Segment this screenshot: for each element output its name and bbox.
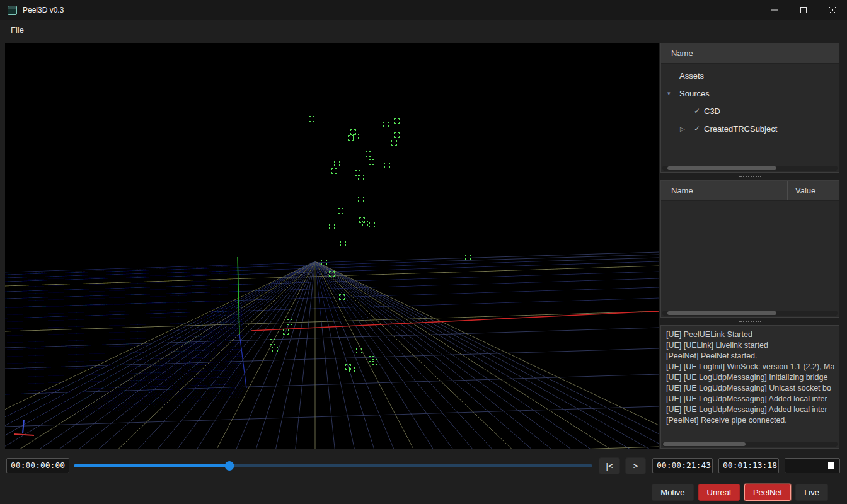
mocap-marker	[366, 151, 371, 157]
mocap-marker	[265, 345, 270, 350]
mocap-marker	[384, 163, 390, 168]
tree-header-label: Name	[671, 49, 693, 58]
mocap-marker	[338, 208, 343, 214]
splitter-grip-icon	[739, 321, 761, 322]
mocap-marker	[348, 135, 354, 141]
properties-hscrollbar[interactable]	[662, 311, 838, 316]
properties-body	[661, 201, 839, 309]
mocap-marker	[394, 118, 400, 124]
menu-file[interactable]: File	[5, 23, 30, 37]
timecode-current-field[interactable]: 00:00:00:00	[6, 458, 69, 473]
status-bar: Motive Unreal PeelNet Live	[0, 480, 847, 504]
mocap-marker	[339, 294, 345, 300]
timeline-end-field[interactable]	[785, 458, 840, 473]
panel-splitter-2[interactable]	[660, 318, 839, 325]
log-panel: [UE] PeelUELink Started [UE] [UELink] Li…	[660, 325, 839, 449]
tree-item-createdtrcsubject[interactable]: ▷ ✓ CreatedTRCSubject	[661, 120, 839, 137]
app-icon	[8, 6, 17, 15]
motive-button[interactable]: Motive	[652, 484, 693, 501]
mocap-marker	[349, 367, 355, 372]
mocap-marker	[465, 255, 471, 260]
timecode-out-field[interactable]: 00:01:13:18	[718, 458, 779, 473]
mocap-marker	[321, 260, 327, 265]
mocap-marker	[329, 224, 335, 229]
mocap-marker	[329, 271, 335, 277]
properties-panel: Name Value	[660, 180, 839, 318]
mocap-marker	[391, 140, 397, 146]
mocap-marker	[372, 359, 377, 365]
orientation-gizmo	[14, 420, 34, 435]
chevron-down-icon[interactable]: ▾	[667, 90, 671, 96]
mocap-marker	[372, 180, 377, 185]
maximize-button[interactable]	[789, 0, 818, 20]
log-hscrollbar[interactable]	[662, 442, 838, 447]
properties-hscrollbar-thumb[interactable]	[667, 311, 776, 315]
tree-rows: Assets ▾ Sources ✓ C3D ▷ ✓ CreatedTRCSub…	[661, 64, 839, 164]
stop-square-icon	[828, 462, 834, 469]
splitter-grip-icon	[739, 176, 761, 177]
tree-item-label: C3D	[704, 106, 720, 116]
tree-item-label: CreatedTRCSubject	[704, 124, 777, 134]
mocap-marker	[369, 159, 374, 165]
peelnet-button[interactable]: PeelNet	[744, 484, 791, 501]
check-icon[interactable]: ✓	[694, 124, 700, 133]
mocap-marker	[309, 116, 314, 122]
play-button[interactable]: >	[625, 457, 646, 474]
right-panel-column: Name Assets ▾ Sources ✓ C3D ▷ ✓ CreatedT…	[660, 43, 839, 449]
log-hscrollbar-thumb[interactable]	[663, 442, 746, 446]
close-icon	[829, 7, 836, 13]
timecode-in-field[interactable]: 00:00:21:43	[652, 458, 713, 473]
log-line: [UE] [UELink] Livelink started	[666, 340, 839, 351]
maximize-icon	[800, 7, 807, 13]
check-icon[interactable]: ✓	[694, 106, 700, 115]
chevron-right-icon[interactable]: ▷	[680, 125, 685, 132]
mocap-marker	[352, 178, 357, 183]
go-to-start-button[interactable]: |<	[599, 457, 620, 474]
tree-hscrollbar[interactable]	[662, 166, 838, 171]
slider-handle[interactable]	[224, 461, 234, 471]
log-line: [UE] [UE LogInit] WinSock: version 1.1 (…	[666, 362, 839, 372]
slider-fill	[74, 464, 229, 467]
unreal-button[interactable]: Unreal	[698, 484, 740, 501]
tree-item-c3d[interactable]: ✓ C3D	[661, 102, 839, 120]
log-line: [UE] [UE LogUdpMessaging] Added local in…	[666, 394, 839, 404]
mocap-marker	[272, 346, 278, 352]
window-controls	[760, 0, 847, 20]
slider-track[interactable]	[74, 464, 592, 467]
timeline-bar: 00:00:00:00 |< > 00:00:21:43 00:01:13:18	[0, 456, 847, 475]
title-bar: Peel3D v0.3	[0, 0, 847, 20]
menu-bar: File	[0, 20, 847, 39]
mocap-marker	[334, 161, 340, 166]
mocap-marker	[340, 241, 346, 246]
log-lines: [UE] PeelUELink Started [UE] [UELink] Li…	[666, 329, 839, 426]
sources-tree-panel: Name Assets ▾ Sources ✓ C3D ▷ ✓ CreatedT…	[660, 43, 839, 173]
timeline-slider[interactable]	[74, 456, 592, 475]
mocap-marker	[358, 197, 364, 202]
tree-item-assets[interactable]: Assets	[661, 67, 839, 84]
panel-splitter-1[interactable]	[660, 173, 839, 180]
log-line: [UE] PeelUELink Started	[666, 329, 839, 340]
mocap-marker	[270, 339, 275, 345]
log-line: [UE] [UE LogUdpMessaging] Added local in…	[666, 404, 839, 415]
tree-item-label: Assets	[679, 71, 704, 81]
live-button[interactable]: Live	[795, 484, 828, 501]
mocap-marker	[383, 122, 389, 127]
properties-col-value[interactable]: Value	[787, 181, 839, 200]
close-button[interactable]	[818, 0, 847, 20]
mocap-marker	[331, 168, 337, 174]
minimize-button[interactable]	[760, 0, 789, 20]
log-line: [PeelNet] Receive pipe connected.	[666, 415, 839, 426]
mocap-marker	[358, 175, 364, 180]
mocap-marker	[394, 132, 400, 138]
tree-header: Name	[661, 43, 839, 64]
properties-col-name[interactable]: Name	[661, 181, 787, 200]
tree-hscrollbar-thumb[interactable]	[667, 166, 776, 170]
viewport-3d[interactable]	[5, 43, 659, 449]
mocap-marker	[369, 222, 375, 227]
tree-item-sources[interactable]: ▾ Sources	[661, 84, 839, 102]
mocap-marker	[353, 134, 359, 139]
properties-header: Name Value	[661, 181, 839, 201]
window-title: Peel3D v0.3	[23, 6, 64, 14]
log-line: [UE] [UE LogUdpMessaging] Initializing b…	[666, 372, 839, 383]
mocap-marker	[283, 329, 289, 335]
